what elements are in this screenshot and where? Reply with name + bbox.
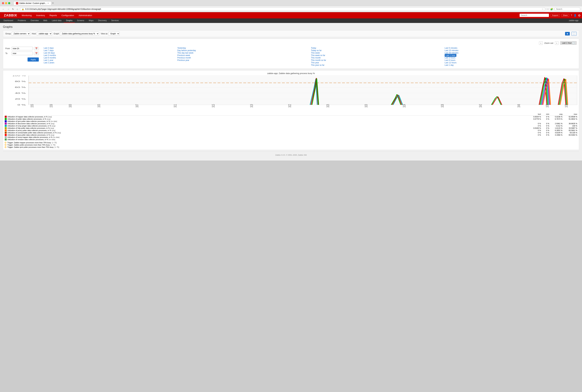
from-label: From (5, 47, 10, 50)
from-to-section: From 📅 To 📅 Apply (5, 47, 39, 62)
new-tab-btn[interactable]: + (52, 2, 54, 5)
subnav-web[interactable]: Web (41, 18, 49, 23)
ql-last-2-years[interactable]: Last 2 years (44, 61, 54, 64)
legend-row: Utilization of http poller data collecto… (5, 127, 577, 129)
footer-text: Zabbix 4.4.5. © 2001–2020, Zabbix SIA (275, 154, 307, 156)
address-bar-wrap[interactable]: 🔒 ☆ (20, 7, 545, 11)
ql-last-1-day[interactable]: Last 1 day (445, 64, 454, 66)
from-calendar-btn[interactable]: 📅 (34, 47, 39, 50)
subnav-screens[interactable]: Screens (75, 18, 87, 23)
svg-text:0 %: 0 % (18, 104, 26, 106)
last-hour-label: Last 1 hour (562, 42, 572, 44)
svg-text:16:15: 16:15 (211, 104, 216, 108)
subnav-dashboard[interactable]: Dashboard (1, 18, 16, 23)
svg-text:16:11: 16:11 (173, 104, 177, 108)
zoom-next-btn[interactable]: › (555, 41, 558, 45)
graph-container: zabbix-app: Zabbix data gathering proces… (3, 70, 579, 150)
svg-text:16:19: 16:19 (249, 104, 254, 108)
trigger-label-2: Trigger: Zabbix poller processes more th… (7, 144, 50, 146)
ql-this-year-so-far[interactable]: This year so far (311, 64, 325, 66)
graph-controls: Group Zabbix servers Host zabbix-app Gra… (3, 30, 579, 37)
help-icon[interactable]: ? (571, 14, 572, 16)
trigger-row-2: Trigger: Zabbix poller processes more th… (5, 144, 577, 146)
logout-icon[interactable]: ⏻ (578, 14, 580, 16)
graph-label: Graph (54, 32, 59, 35)
nav-inventory[interactable]: Inventory (34, 12, 47, 18)
subnav-latest-data[interactable]: Latest data (50, 18, 64, 23)
browser-toolbar: ← → ↻ ⌂ 🔒 ☆ ⋯ 🧩 (0, 6, 582, 12)
lock-icon: 🔒 (22, 8, 24, 10)
legend-row: Utilization of unreachable poller data c… (5, 132, 577, 134)
to-calendar-btn[interactable]: 📅 (34, 52, 39, 55)
nav-monitoring[interactable]: Monitoring (19, 12, 34, 18)
nav-configuration[interactable]: Configuration (59, 12, 76, 18)
main-nav: Monitoring Inventory Reports Configurati… (19, 12, 94, 18)
address-bar[interactable] (25, 8, 541, 10)
svg-text:16:00: 16:00 (68, 104, 73, 108)
subnav-services[interactable]: Services (109, 18, 121, 23)
svg-text:16:46: 16:46 (516, 104, 521, 108)
quick-links-section: Last 2 days Last 7 days Last 30 days Las… (44, 47, 577, 66)
zoom-prev-btn[interactable]: ‹ (539, 41, 542, 45)
legend-name-header (5, 113, 528, 115)
trigger-condition-1: [> 75] (52, 142, 57, 144)
view-as-control: View as Graph (101, 32, 120, 36)
zabbix-app: ZABBIX Monitoring Inventory Reports Conf… (0, 12, 582, 160)
nav-administration[interactable]: Administration (76, 12, 94, 18)
svg-text:16:30: 16:30 (364, 104, 368, 108)
subnav-problems[interactable]: Problems (16, 18, 28, 23)
trigger-label-1: Trigger: Zabbix trapper processes more t… (7, 142, 51, 144)
back-btn[interactable]: ← (2, 8, 5, 11)
subnav-discovery[interactable]: Discovery (96, 18, 109, 23)
favorite-btn[interactable]: ★ (565, 32, 570, 36)
bookmark-icon[interactable]: ☆ (542, 8, 543, 10)
ql-previous-year[interactable]: Previous year (177, 59, 189, 62)
zoom-out-label: Zoom out (544, 42, 553, 44)
fullscreen-traffic-light[interactable] (8, 2, 10, 4)
zabbix-header: ZABBIX Monitoring Inventory Reports Conf… (0, 12, 582, 18)
time-range-row: From 📅 To 📅 Apply (5, 47, 577, 66)
group-select[interactable]: Zabbix servers (12, 32, 30, 36)
legend-max-header: max (563, 113, 577, 115)
home-btn[interactable]: ⌂ (16, 8, 19, 11)
nav-reports[interactable]: Reports (47, 12, 59, 18)
page-content: Graphs Group Zabbix servers Host zabbix-… (0, 23, 582, 160)
last-hour-btn[interactable]: Last 1 hour 🕐 (560, 41, 577, 45)
view-as-select[interactable]: Graph (109, 32, 120, 36)
extensions-icon[interactable]: 🧩 (550, 8, 553, 10)
graph-select[interactable]: Zabbix data gathering process busy % (60, 32, 99, 36)
header-search-input[interactable] (520, 14, 549, 17)
browser-search-input[interactable] (554, 7, 580, 11)
subnav-overview[interactable]: Overview (28, 18, 41, 23)
bookmarks-icon[interactable]: ⋯ (547, 8, 549, 10)
forward-btn[interactable]: → (7, 8, 10, 11)
active-tab[interactable]: Z Zabbix docker: Custom graph... ✕ (14, 1, 51, 5)
legend-row: Utilization of snmp trapper data collect… (5, 136, 577, 138)
close-traffic-light[interactable] (2, 2, 4, 4)
clock-icon: 🕐 (572, 42, 575, 44)
svg-text:16:55: 16:55 (564, 104, 569, 108)
svg-text:16:07: 16:07 (135, 104, 139, 108)
browser-window: Z Zabbix docker: Custom graph... ✕ + ← →… (0, 0, 582, 160)
browser-chrome: Z Zabbix docker: Custom graph... ✕ + ← →… (0, 0, 582, 12)
fullscreen-btn[interactable]: ⛶ (571, 32, 577, 36)
trigger-condition-2: [> 75] (51, 144, 55, 146)
svg-text:60 %: 60 % (15, 86, 26, 88)
support-btn[interactable]: Support (550, 14, 560, 17)
from-input[interactable] (12, 47, 33, 50)
apply-btn[interactable]: Apply (28, 58, 39, 62)
svg-text:16:38: 16:38 (440, 104, 445, 108)
reload-btn[interactable]: ↻ (12, 8, 15, 11)
legend-last-header: last (528, 113, 541, 115)
share-btn[interactable]: Share (561, 14, 569, 17)
to-input[interactable] (12, 52, 33, 55)
svg-text:100 %: 100 % (12, 76, 26, 76)
tab-close-btn[interactable]: ✕ (47, 2, 49, 4)
minimize-traffic-light[interactable] (5, 2, 7, 4)
subnav-graphs[interactable]: Graphs (64, 18, 75, 23)
subnav-maps[interactable]: Maps (87, 18, 96, 23)
trigger-dot-2 (5, 144, 6, 146)
host-select[interactable]: zabbix-app (37, 32, 52, 36)
user-icon[interactable]: 👤 (574, 14, 576, 16)
svg-text:20 %: 20 % (15, 98, 26, 100)
